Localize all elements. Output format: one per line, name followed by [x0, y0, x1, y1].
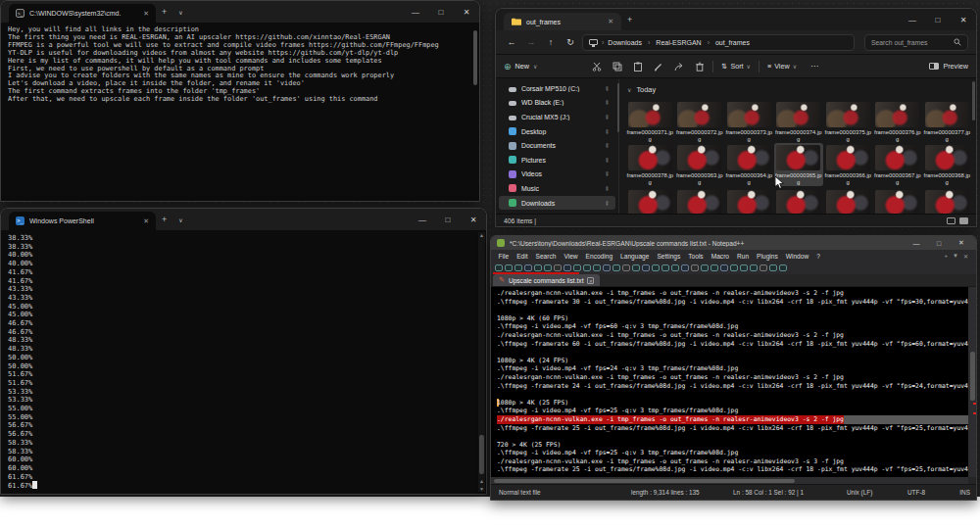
close-button[interactable]: ✕: [454, 1, 479, 23]
sync-vertical-icon[interactable]: [662, 264, 669, 272]
editor-horizontal-scrollbar[interactable]: [491, 477, 968, 484]
editor-line[interactable]: .\ffmpeg -i video.mp4 -vf fps=24 -q:v 3 …: [497, 364, 968, 373]
cmd-tab[interactable]: >_ C:\WINDOWS\system32\cmd. ✕: [9, 4, 156, 23]
indent-guide-icon[interactable]: [701, 264, 709, 272]
editor-line[interactable]: .\ffmpeg -framerate 30 -i out_frames/fra…: [497, 298, 968, 307]
sidebar-item-corsair-mp510-c[interactable]: Corsair MP510 (C:) ✎: [499, 81, 615, 96]
notepadpp-titlebar[interactable]: *C:\Users\tony\Downloads\Real-ESRGAN\Ups…: [491, 236, 976, 250]
address-bar[interactable]: › Downloads › Real-ESRGAN › out_frames ›: [582, 34, 855, 51]
minimize-button[interactable]: —: [403, 1, 428, 23]
tab-dropdown-button[interactable]: ∨: [172, 209, 188, 230]
maximize-button[interactable]: □: [428, 1, 454, 23]
scroll-up-icon[interactable]: ▲: [478, 478, 485, 484]
cmd-titlebar[interactable]: >_ C:\WINDOWS\system32\cmd. ✕ + ∨ — □ ✕: [1, 1, 479, 23]
editor-line[interactable]: [497, 348, 968, 357]
editor-line[interactable]: 1080p > 4K (25 FPS): [497, 399, 968, 408]
file-item-frame00000364-jpg[interactable]: frame00000364.jpg: [724, 143, 774, 186]
powershell-scrollbar[interactable]: ▲ ▲ ▼: [478, 232, 485, 492]
new-button[interactable]: ⊕ New ∨: [504, 62, 537, 72]
file-item-frame00000375-jpg[interactable]: frame00000375.jpg: [823, 100, 873, 143]
sidebar-item-desktop[interactable]: Desktop ✎: [499, 124, 615, 139]
new-tab-button[interactable]: +: [156, 1, 172, 23]
preview-toggle[interactable]: Preview: [929, 62, 968, 71]
tab-close-icon[interactable]: ✕: [143, 10, 149, 18]
file-area-scrollbar[interactable]: [972, 81, 975, 120]
editor-area[interactable]: ./realesrgan-ncnn-vulkan.exe -i tmp_fram…: [491, 287, 968, 477]
find-in-files-icon[interactable]: [632, 264, 640, 272]
close-icon[interactable]: [534, 264, 542, 272]
new-file-icon[interactable]: [495, 264, 503, 272]
file-item-frame00000363-jpg[interactable]: frame00000363.jpg: [675, 143, 725, 186]
sidebar-item-wd-black-e[interactable]: WD Black (E:) ✎: [499, 96, 615, 111]
file-item-frame00000377-jpg[interactable]: frame00000377.jpg: [922, 100, 972, 143]
menu-plugins[interactable]: Plugins: [754, 253, 782, 260]
minimize-button[interactable]: —: [410, 209, 435, 230]
file-item-frame00000367-jpg[interactable]: frame00000367.jpg: [873, 143, 923, 186]
up-icon[interactable]: ↑: [543, 37, 559, 47]
menu-window[interactable]: Window: [782, 253, 811, 260]
scroll-up-icon[interactable]: ▲: [478, 232, 485, 238]
menu-language[interactable]: Language: [617, 253, 653, 260]
powershell-tab[interactable]: >_ Windows PowerShell ✕: [9, 212, 156, 230]
sidebar-item-music[interactable]: Music ✎: [499, 181, 615, 196]
function-list-icon[interactable]: [710, 264, 718, 272]
menu-tools[interactable]: Tools: [685, 253, 707, 260]
redo-icon[interactable]: [603, 264, 611, 272]
explorer-tab[interactable]: out_frames ✕: [504, 13, 621, 30]
file-item[interactable]: [823, 188, 873, 214]
file-item-frame00000366-jpg[interactable]: frame00000366.jpg: [823, 143, 873, 186]
menu-run[interactable]: Run: [734, 253, 753, 260]
minimize-button[interactable]: —: [900, 9, 925, 30]
search-input[interactable]: Search out_frames: [864, 34, 968, 51]
editor-vertical-scrollbar[interactable]: [968, 287, 976, 477]
editor-line[interactable]: 1080p > 4K (60 FPS): [497, 314, 968, 323]
forward-icon[interactable]: →: [523, 37, 539, 47]
show-all-characters-icon[interactable]: [691, 264, 699, 272]
file-item[interactable]: [922, 188, 972, 214]
document-map-icon[interactable]: [720, 264, 728, 272]
macro-run-icon[interactable]: [779, 264, 787, 272]
editor-line[interactable]: .\ffmpeg -framerate 60 -i out_frames/fra…: [497, 340, 968, 349]
folder-as-workspace-icon[interactable]: [740, 264, 748, 272]
word-wrap-icon[interactable]: [681, 264, 689, 272]
document-tab[interactable]: ✎ Upscale commands list.txt ✕: [493, 274, 600, 286]
file-item-frame00000376-jpg[interactable]: frame00000376.jpg: [873, 100, 923, 143]
new-tab-button[interactable]: +: [156, 209, 172, 230]
file-item-frame00000378-jpg[interactable]: frame00000378.jpg: [625, 143, 675, 186]
editor-line[interactable]: 720 > 4K (25 FPS): [497, 441, 968, 450]
menu-help[interactable]: ?: [813, 253, 824, 260]
more-options-icon[interactable]: ⋯: [810, 62, 818, 71]
breadcrumb-segment-real-esrgan[interactable]: Real-ESRGAN ›: [656, 39, 710, 46]
copy-icon[interactable]: [612, 62, 622, 72]
sidebar-item-pictures[interactable]: Pictures ✎: [499, 153, 615, 168]
menu-search[interactable]: Search: [532, 253, 560, 260]
maximize-button[interactable]: □: [435, 209, 461, 230]
close-button[interactable]: ✕: [461, 209, 486, 230]
file-item[interactable]: [873, 188, 923, 214]
minimize-button[interactable]: —: [907, 240, 925, 247]
breadcrumb-segment-out-frames[interactable]: out_frames ›: [715, 39, 750, 46]
macro-stop-icon[interactable]: [760, 264, 767, 272]
editor-line[interactable]: .\ffmpeg -i video.mp4 -vf fps=25 -q:v 3 …: [497, 407, 968, 415]
breadcrumb-segment-downloads[interactable]: Downloads ›: [608, 39, 650, 46]
share-icon[interactable]: [674, 62, 684, 72]
undo-icon[interactable]: [593, 264, 601, 272]
print-icon[interactable]: [554, 264, 562, 272]
document-list-icon[interactable]: [730, 264, 738, 272]
delete-icon[interactable]: [695, 62, 705, 72]
editor-line[interactable]: [497, 432, 968, 441]
menu-view[interactable]: View: [561, 253, 581, 260]
editor-line[interactable]: .\ffmpeg -framerate 24 -i out_frames/fra…: [497, 382, 968, 391]
file-item-frame00000374-jpg[interactable]: frame00000374.jpg: [774, 100, 824, 143]
paste-icon[interactable]: [583, 264, 591, 272]
cmd-scrollbar[interactable]: [473, 26, 477, 197]
new-tab-button[interactable]: +: [621, 9, 638, 30]
file-item[interactable]: [774, 188, 824, 214]
editor-line[interactable]: 1080p > 4K (24 FPS): [497, 357, 968, 365]
cut-icon[interactable]: [564, 264, 571, 272]
sidebar-item-documents[interactable]: Documents ✎: [499, 138, 615, 153]
menu-file[interactable]: File: [495, 253, 513, 260]
editor-line[interactable]: ./realesrgan-ncnn-vulkan.exe -i tmp_fram…: [497, 415, 968, 424]
editor-line[interactable]: ./realesrgan-ncnn-vulkan.exe -i tmp_fram…: [497, 289, 968, 298]
menu-macro[interactable]: Macro: [708, 253, 732, 260]
